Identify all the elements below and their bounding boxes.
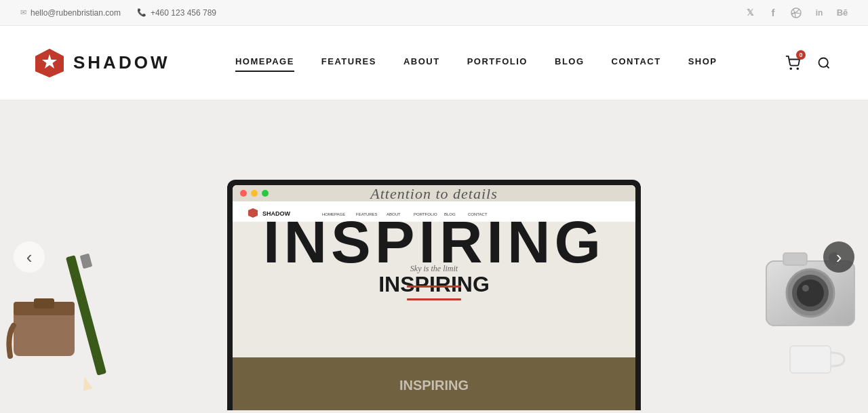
phone-icon: 📞 — [137, 8, 146, 17]
svg-rect-20 — [783, 253, 807, 265]
svg-line-7 — [827, 65, 829, 68]
linkedin-icon[interactable]: in — [814, 7, 825, 18]
facebook-icon[interactable]: f — [768, 7, 778, 18]
nav-features[interactable]: FEATURES — [321, 56, 376, 69]
svg-point-19 — [802, 285, 809, 292]
svg-rect-22 — [790, 346, 831, 373]
email-address: hello@rubenbristian.com — [31, 8, 121, 18]
svg-rect-10 — [34, 298, 54, 309]
hero-divider — [407, 286, 461, 288]
svg-text:INSPIRING: INSPIRING — [399, 378, 469, 393]
email-contact: ✉ hello@rubenbristian.com — [20, 8, 121, 18]
nav-about[interactable]: ABOUT — [403, 56, 440, 69]
prev-arrow-icon: ‹ — [26, 248, 33, 266]
email-icon: ✉ — [20, 8, 26, 17]
next-arrow-icon: › — [836, 248, 842, 266]
nav-contact[interactable]: CONTACT — [612, 56, 661, 69]
top-bar: ✉ hello@rubenbristian.com 📞 +460 123 456… — [0, 0, 868, 26]
svg-point-6 — [819, 58, 828, 66]
prev-arrow-button[interactable]: ‹ — [14, 241, 45, 273]
nav-shop[interactable]: SHOP — [688, 56, 717, 69]
next-arrow-button[interactable]: › — [823, 241, 854, 273]
svg-point-18 — [797, 279, 824, 307]
phone-contact: 📞 +460 123 456 789 — [137, 8, 216, 18]
main-nav: HOMEPAGE FEATURES ABOUT PORTFOLIO BLOG C… — [235, 56, 717, 69]
svg-marker-12 — [80, 376, 93, 391]
svg-marker-32 — [248, 208, 258, 218]
logo-text: SHADOW — [73, 52, 170, 73]
phone-number: +460 123 456 789 — [151, 8, 216, 18]
hero-subtitle: Attention to details — [263, 185, 605, 203]
svg-rect-8 — [14, 309, 75, 356]
hero-section: SHADOW HOMEPAGE FEATURES ABOUT PORTFOLIO… — [0, 100, 868, 413]
svg-rect-43 — [407, 298, 461, 300]
twitter-icon[interactable]: 𝕏 — [745, 7, 755, 18]
deco-left — [0, 200, 142, 413]
svg-point-28 — [240, 190, 247, 197]
hero-content: Attention to details INSPIRING — [263, 185, 605, 288]
header: SHADOW HOMEPAGE FEATURES ABOUT PORTFOLIO… — [0, 26, 868, 100]
nav-homepage[interactable]: HOMEPAGE — [235, 56, 294, 69]
logo-icon — [34, 47, 65, 79]
search-button[interactable] — [814, 53, 834, 73]
cart-badge: 0 — [796, 50, 806, 60]
social-links: 𝕏 f in Bē — [745, 7, 848, 18]
top-bar-contacts: ✉ hello@rubenbristian.com 📞 +460 123 456… — [20, 8, 216, 18]
nav-portfolio[interactable]: PORTFOLIO — [467, 56, 528, 69]
nav-blog[interactable]: BLOG — [555, 56, 585, 69]
hero-title: INSPIRING — [263, 212, 605, 272]
cart-button[interactable]: 0 — [783, 53, 803, 73]
deco-right — [753, 220, 868, 379]
svg-point-5 — [797, 68, 798, 69]
logo[interactable]: SHADOW — [34, 47, 170, 79]
dribbble-icon[interactable] — [791, 7, 802, 18]
svg-rect-13 — [80, 254, 93, 269]
behance-icon[interactable]: Bē — [837, 7, 848, 18]
header-actions: 0 — [783, 53, 834, 73]
svg-point-4 — [790, 68, 791, 69]
svg-point-29 — [251, 190, 258, 197]
